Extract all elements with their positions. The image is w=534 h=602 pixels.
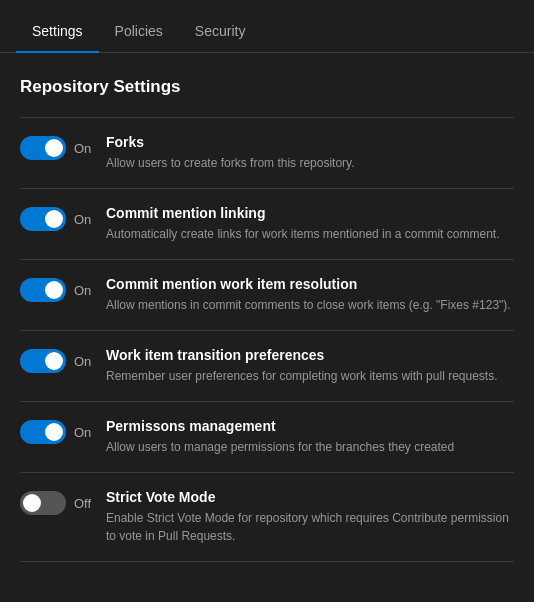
toggle-permissions-management[interactable] bbox=[20, 420, 66, 444]
setting-desc-strict-vote-mode: Enable Strict Vote Mode for repository w… bbox=[106, 509, 514, 545]
setting-name-strict-vote-mode: Strict Vote Mode bbox=[106, 489, 514, 505]
toggle-knob-strict-vote-mode bbox=[23, 494, 41, 512]
toggle-area-commit-mention-linking: On bbox=[20, 205, 94, 231]
toggle-area-strict-vote-mode: Off bbox=[20, 489, 94, 515]
toggle-knob-commit-mention-resolution bbox=[45, 281, 63, 299]
section-title: Repository Settings bbox=[20, 77, 514, 97]
toggle-forks[interactable] bbox=[20, 136, 66, 160]
toggle-knob-work-item-transition bbox=[45, 352, 63, 370]
setting-name-commit-mention-resolution: Commit mention work item resolution bbox=[106, 276, 514, 292]
toggle-area-commit-mention-resolution: On bbox=[20, 276, 94, 302]
setting-desc-commit-mention-linking: Automatically create links for work item… bbox=[106, 225, 514, 243]
toggle-label-work-item-transition: On bbox=[74, 354, 94, 369]
toggle-area-work-item-transition: On bbox=[20, 347, 94, 373]
setting-desc-work-item-transition: Remember user preferences for completing… bbox=[106, 367, 514, 385]
setting-row-strict-vote-mode: OffStrict Vote ModeEnable Strict Vote Mo… bbox=[20, 473, 514, 562]
setting-row-commit-mention-resolution: OnCommit mention work item resolutionAll… bbox=[20, 260, 514, 331]
toggle-label-strict-vote-mode: Off bbox=[74, 496, 94, 511]
setting-row-forks: OnForksAllow users to create forks from … bbox=[20, 118, 514, 189]
tab-policies[interactable]: Policies bbox=[99, 11, 179, 53]
setting-name-permissions-management: Permissons management bbox=[106, 418, 514, 434]
toggle-knob-commit-mention-linking bbox=[45, 210, 63, 228]
setting-row-permissions-management: OnPermissons managementAllow users to ma… bbox=[20, 402, 514, 473]
setting-name-commit-mention-linking: Commit mention linking bbox=[106, 205, 514, 221]
toggle-label-commit-mention-linking: On bbox=[74, 212, 94, 227]
top-navigation: SettingsPoliciesSecurity bbox=[0, 0, 534, 53]
setting-name-work-item-transition: Work item transition preferences bbox=[106, 347, 514, 363]
toggle-commit-mention-linking[interactable] bbox=[20, 207, 66, 231]
setting-row-work-item-transition: OnWork item transition preferencesRememb… bbox=[20, 331, 514, 402]
setting-text-strict-vote-mode: Strict Vote ModeEnable Strict Vote Mode … bbox=[106, 489, 514, 545]
toggle-work-item-transition[interactable] bbox=[20, 349, 66, 373]
setting-text-commit-mention-linking: Commit mention linkingAutomatically crea… bbox=[106, 205, 514, 243]
toggle-knob-permissions-management bbox=[45, 423, 63, 441]
toggle-strict-vote-mode[interactable] bbox=[20, 491, 66, 515]
settings-list: OnForksAllow users to create forks from … bbox=[20, 117, 514, 562]
tab-settings[interactable]: Settings bbox=[16, 11, 99, 53]
toggle-label-permissions-management: On bbox=[74, 425, 94, 440]
setting-row-commit-mention-linking: OnCommit mention linkingAutomatically cr… bbox=[20, 189, 514, 260]
toggle-knob-forks bbox=[45, 139, 63, 157]
main-content: Repository Settings OnForksAllow users t… bbox=[0, 53, 534, 582]
toggle-commit-mention-resolution[interactable] bbox=[20, 278, 66, 302]
setting-desc-commit-mention-resolution: Allow mentions in commit comments to clo… bbox=[106, 296, 514, 314]
setting-desc-permissions-management: Allow users to manage permissions for th… bbox=[106, 438, 514, 456]
setting-desc-forks: Allow users to create forks from this re… bbox=[106, 154, 514, 172]
setting-name-forks: Forks bbox=[106, 134, 514, 150]
setting-text-work-item-transition: Work item transition preferencesRemember… bbox=[106, 347, 514, 385]
tab-security[interactable]: Security bbox=[179, 11, 262, 53]
setting-text-permissions-management: Permissons managementAllow users to mana… bbox=[106, 418, 514, 456]
setting-text-forks: ForksAllow users to create forks from th… bbox=[106, 134, 514, 172]
toggle-label-commit-mention-resolution: On bbox=[74, 283, 94, 298]
setting-text-commit-mention-resolution: Commit mention work item resolutionAllow… bbox=[106, 276, 514, 314]
toggle-area-forks: On bbox=[20, 134, 94, 160]
toggle-area-permissions-management: On bbox=[20, 418, 94, 444]
toggle-label-forks: On bbox=[74, 141, 94, 156]
